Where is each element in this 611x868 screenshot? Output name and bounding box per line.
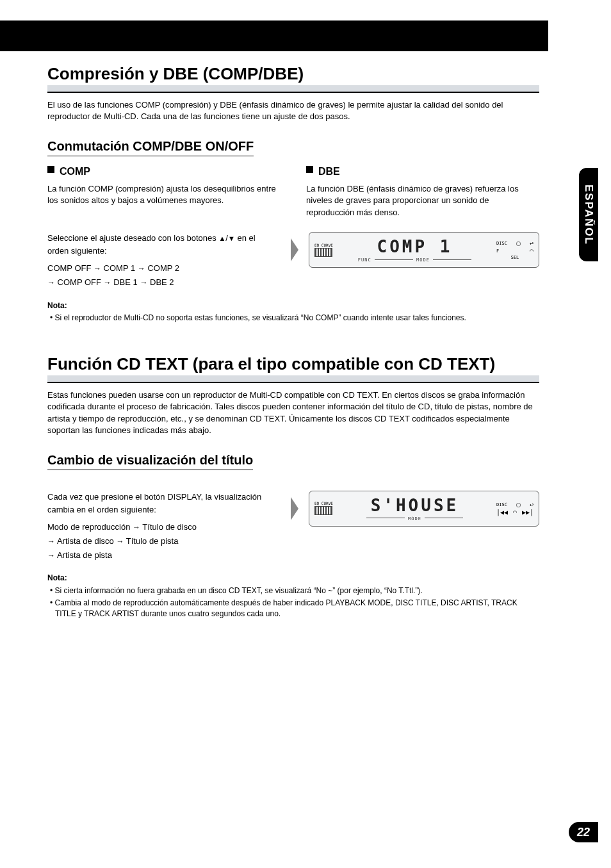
section1-heading: Compresión y DBE (COMP/DBE) [47,64,539,86]
lcd-eq-label: EQ CURVE [314,243,333,247]
square-bullet-icon [306,166,313,173]
section2-note: Nota: Si cierta información no fuera gra… [47,573,539,619]
square-icon: ▢ [516,240,520,247]
section2-step: Cada vez que presione el botón DISPLAY, … [47,491,539,563]
page-number-badge: 22 [569,822,598,842]
lcd-disc-label-2: DISC [496,502,507,507]
arc-icon: ◠ [513,509,517,516]
return-icon: ↩ [530,240,534,247]
section2-intro: Estas funciones pueden usarse con un rep… [47,389,539,436]
comp-dbe-columns: COMP La función COMP (compresión) ajusta… [47,164,539,219]
note-item-1: Si cierta información no fuera grabada e… [50,585,539,596]
lcd-disc-label: DISC [496,241,507,246]
section1-note: Nota: Si el reproductor de Multi-CD no s… [47,300,539,324]
prev-icon: |◀◀ [496,509,508,516]
eq-bars-icon [314,248,332,257]
lcd-main-text-2: S'HOUSE [338,496,491,515]
down-triangle-icon [228,233,235,243]
section1-heading-wrap: Compresión y DBE (COMP/DBE) [47,63,539,93]
pointer-icon [291,497,298,520]
lcd-f-label: F [496,249,499,254]
next-icon: ▶▶| [522,509,534,516]
section2-heading-wrap: Función CD TEXT (para el tipo compatible… [47,353,539,383]
lcd-sel-label: SEL [511,255,519,260]
up-triangle-icon [218,233,225,243]
eq-bars-icon [314,506,332,515]
section1-step-text: Seleccione el ajuste deseado con los bot… [47,232,278,290]
lcd-mode-label-2: MODE [408,516,421,521]
dbe-label: DBE [318,164,340,179]
square-bullet-icon [47,166,54,173]
section1-subheading: Conmutación COMP/DBE ON/OFF [47,139,254,156]
lcd-eq-block: EQ CURVE [314,502,333,515]
comp-text: La función COMP (compresión) ajusta los … [47,183,281,208]
comp-label: COMP [60,164,90,179]
lcd-eq-label: EQ CURVE [314,502,333,505]
lcd-mode-label: MODE [416,258,430,263]
language-tab: ESPAÑOL [579,168,598,261]
note-title: Nota: [47,300,539,311]
lcd-func-label: FUNC [358,258,371,263]
lcd-main-text: COMP 1 [338,237,491,256]
comp-column: COMP La función COMP (compresión) ajusta… [47,164,281,219]
note-item-2: Cambia al modo de reproducción automátic… [50,598,539,619]
note-title-2: Nota: [47,573,539,584]
pointer-icon [291,238,298,261]
section2-heading: Función CD TEXT (para el tipo compatible… [47,354,539,377]
lcd-right-block: DISC▢↩ F◠ SEL [496,239,534,261]
arc-icon: ◠ [530,247,534,254]
dbe-column: DBE La función DBE (énfasis dinámico de … [306,164,539,219]
step-line1: Seleccione el ajuste deseado con los bot… [47,233,218,243]
note-item: Si el reproductor de Multi-CD no soporta… [50,313,539,323]
lcd-display-2: EQ CURVE S'HOUSE MODE DISC▢↩ |◀◀◠▶▶| [309,491,539,527]
lcd-wrap: EQ CURVE COMP 1 FUNC MODE DISC▢↩ F◠ [291,232,539,268]
section2-subheading: Cambio de visualización del título [47,453,253,470]
lcd-eq-block: EQ CURVE [314,243,333,257]
page-content: Compresión y DBE (COMP/DBE) El uso de la… [47,63,539,621]
step-desc: Cada vez que presione el botón DISPLAY, … [47,491,278,516]
lcd-display-1: EQ CURVE COMP 1 FUNC MODE DISC▢↩ F◠ [309,232,539,268]
lcd-wrap-2: EQ CURVE S'HOUSE MODE DISC▢↩ |◀◀◠▶▶| [291,491,539,527]
square-icon: ▢ [516,501,520,508]
top-black-bar [0,20,548,51]
lcd-right-block-2: DISC▢↩ |◀◀◠▶▶| [496,500,534,516]
section1-step: Seleccione el ajuste deseado con los bot… [47,232,539,290]
section1-intro: El uso de las funciones COMP (compresión… [47,99,539,122]
dbe-text: La función DBE (énfasis dinámico de grav… [306,183,539,220]
section2-step-text: Cada vez que presione el botón DISPLAY, … [47,491,278,563]
return-icon: ↩ [530,501,534,508]
